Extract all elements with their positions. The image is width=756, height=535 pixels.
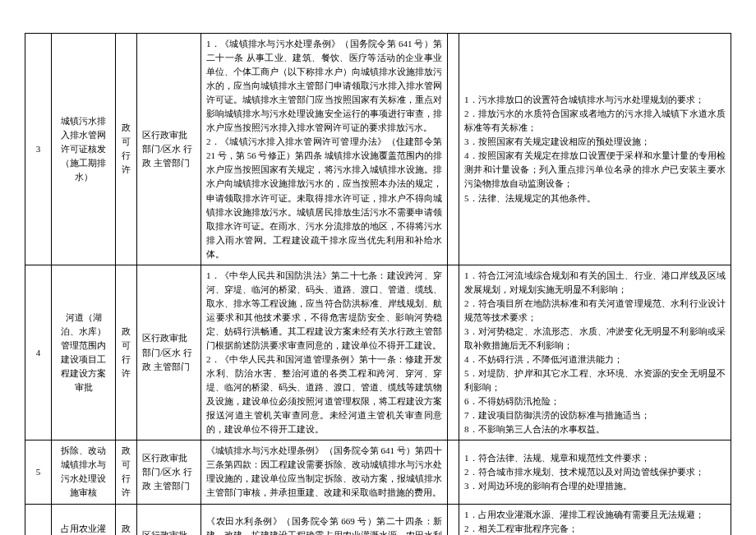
- table-row: 3城镇污水排入排水管网许可证核发（施工期排水）政可行许区行政审批部门/区水 行 …: [25, 34, 731, 265]
- legal-basis: 1．《中华人民共和国防洪法》第二十七条：建设跨河、穿河、穿堤、临河的桥梁、码头、…: [201, 265, 448, 440]
- spacer-cell: [448, 440, 459, 504]
- conditions: 1．符合法律、法规、规章和规范性文件要求；2．符合城市排水规划、技术规范以及对周…: [459, 440, 731, 504]
- table-row: 6占用农业灌溉水源、灌排工程设施审批政可行许区行政审批部门/区水 行 政 主管部…: [25, 504, 731, 535]
- item-name: 占用农业灌溉水源、灌排工程设施审批: [52, 504, 116, 535]
- permit-table: 3城镇污水排入排水管网许可证核发（施工期排水）政可行许区行政审批部门/区水 行 …: [25, 33, 731, 535]
- department: 区行政审批部门/区水 行 政 主管部门: [137, 504, 201, 535]
- table-row: 4河道（湖泊、水库）管理范围内建设项目工程建设方案审批政可行许区行政审批部门/区…: [25, 265, 731, 440]
- permit-type: 政可行许: [116, 440, 137, 504]
- legal-basis: 《城镇排水与污水处理条例》（国务院令第 641 号）第四十三条第四款：因工程建设…: [201, 440, 448, 504]
- department: 区行政审批部门/区水 行 政 主管部门: [137, 440, 201, 504]
- table-row: 5拆除、改动城镇排水与污水处理设施审核政可行许区行政审批部门/区水 行 政 主管…: [25, 440, 731, 504]
- item-name: 拆除、改动城镇排水与污水处理设施审核: [52, 440, 116, 504]
- row-number: 3: [25, 34, 52, 265]
- row-number: 5: [25, 440, 52, 504]
- legal-basis: 1．《城镇排水与污水处理条例》（国务院令第 641 号）第二十一条 从事工业、建…: [201, 34, 448, 265]
- conditions: 1．符合江河流域综合规划和有关的国土、行业、港口岸线及区域发展规划，对规划实施无…: [459, 265, 731, 440]
- permit-type: 政可行许: [116, 34, 137, 265]
- item-name: 河道（湖泊、水库）管理范围内建设项目工程建设方案审批: [52, 265, 116, 440]
- spacer-cell: [448, 265, 459, 440]
- spacer-cell: [448, 34, 459, 265]
- department: 区行政审批部门/区水 行 政 主管部门: [137, 265, 201, 440]
- row-number: 6: [25, 504, 52, 535]
- permit-type: 政可行许: [116, 504, 137, 535]
- permit-type: 政可行许: [116, 265, 137, 440]
- legal-basis: 《农田水利条例》（国务院令第 669 号）第二十四条：新建、改建、扩建建设工程确…: [201, 504, 448, 535]
- row-number: 4: [25, 265, 52, 440]
- spacer-cell: [448, 504, 459, 535]
- conditions: 1．占用农业灌溉水源、灌排工程设施确有需要且无法规避；2．相关工程审批程序完备；…: [459, 504, 731, 535]
- conditions: 1．污水排放口的设置符合城镇排水与污水处理规划的要求；2．排放污水的水质符合国家…: [459, 34, 731, 265]
- department: 区行政审批部门/区水 行 政 主管部门: [137, 34, 201, 265]
- item-name: 城镇污水排入排水管网许可证核发（施工期排水）: [52, 34, 116, 265]
